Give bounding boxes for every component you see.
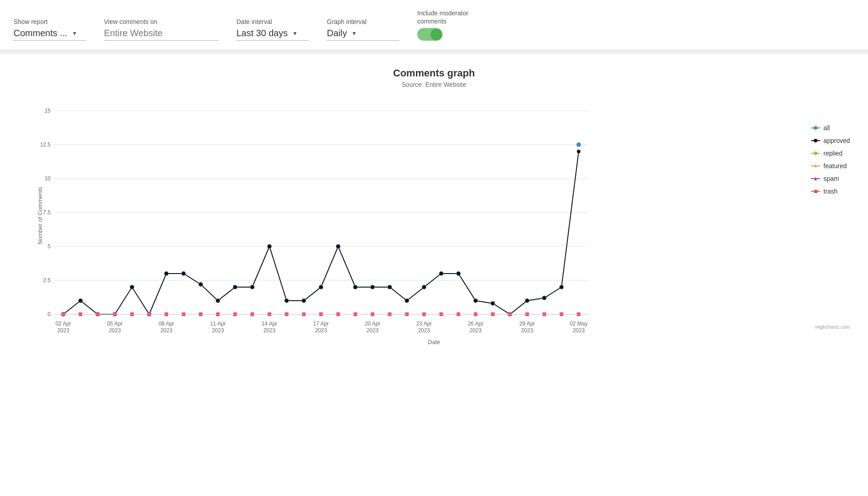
approved-dot [354, 285, 357, 289]
svg-text:2023: 2023 [315, 327, 327, 332]
svg-text:05 Apr: 05 Apr [107, 321, 123, 327]
legend-featured-label: featured [824, 162, 847, 170]
approved-dot [577, 150, 580, 153]
view-comments-label: View comments on [104, 18, 218, 25]
svg-text:2023: 2023 [470, 327, 482, 332]
date-interval-value: Last 30 days [236, 28, 288, 38]
svg-text:2.5: 2.5 [43, 277, 51, 283]
svg-text:10: 10 [45, 175, 51, 182]
legend-approved-label: approved [824, 137, 850, 144]
svg-text:2023: 2023 [160, 327, 173, 332]
approved-dot [130, 285, 134, 289]
chart-legend: all approved replied [811, 124, 850, 195]
legend-featured-icon [811, 163, 820, 169]
chart-svg: 0 2.5 5 7.5 10 12.5 15 02 Apr 2023 05 Ap… [36, 97, 606, 332]
approved-dot [302, 299, 306, 302]
legend-replied-label: replied [824, 150, 843, 157]
legend-approved-icon [811, 137, 820, 144]
approved-line [63, 151, 579, 314]
svg-text:5: 5 [47, 243, 51, 250]
graph-interval-group: Graph interval Daily ▼ [327, 18, 399, 41]
show-report-value: Comments ... [14, 28, 67, 38]
date-interval-select[interactable]: Last 30 days ▼ [236, 28, 309, 41]
include-moderator-label: Include moderatorcomments [417, 9, 468, 25]
graph-interval-select[interactable]: Daily ▼ [327, 28, 399, 41]
graph-interval-label: Graph interval [327, 18, 399, 25]
legend-all-icon [811, 125, 820, 131]
graph-interval-arrow-icon: ▼ [351, 30, 357, 37]
approved-dot [560, 285, 563, 289]
approved-dot [216, 299, 220, 302]
legend-spam: spam [811, 175, 850, 182]
approved-dot [371, 285, 374, 289]
legend-approved: approved [811, 137, 850, 144]
date-interval-group: Date interval Last 30 days ▼ [236, 18, 309, 41]
view-comments-group: View comments on [104, 18, 218, 41]
svg-text:14 Apr: 14 Apr [262, 321, 278, 327]
svg-point-42 [814, 151, 817, 155]
approved-dot [336, 245, 340, 248]
svg-text:26 Apr: 26 Apr [468, 321, 484, 327]
svg-text:12.5: 12.5 [40, 142, 51, 148]
svg-text:0: 0 [47, 311, 51, 317]
approved-dot [79, 299, 82, 302]
svg-text:2023: 2023 [264, 327, 276, 332]
svg-text:23 Apr: 23 Apr [416, 321, 432, 327]
all-dot [576, 142, 581, 147]
svg-text:08 Apr: 08 Apr [159, 321, 175, 327]
approved-dot [250, 285, 254, 289]
legend-spam-icon [811, 175, 820, 182]
svg-text:2023: 2023 [212, 327, 224, 332]
include-moderator-toggle[interactable] [417, 28, 443, 41]
chart-svg-wrapper: 0 2.5 5 7.5 10 12.5 15 02 Apr 2023 05 Ap… [36, 97, 859, 334]
separator [0, 50, 868, 54]
x-axis-label: Date [428, 339, 440, 345]
legend-replied-icon [811, 150, 820, 156]
approved-dot [525, 299, 529, 302]
legend-replied: replied [811, 150, 850, 157]
svg-text:02 Apr: 02 Apr [56, 321, 71, 327]
svg-point-40 [814, 139, 817, 142]
chart-title: Comments graph [9, 67, 859, 79]
legend-featured: featured [811, 162, 850, 170]
approved-dot [542, 296, 546, 300]
show-report-label: Show report [14, 18, 86, 25]
svg-text:11 Apr: 11 Apr [210, 321, 226, 327]
legend-trash-icon [811, 188, 820, 194]
svg-text:2023: 2023 [109, 327, 121, 332]
show-report-select[interactable]: Comments ... ▼ [14, 28, 86, 41]
approved-dot [182, 272, 185, 275]
svg-point-38 [814, 126, 817, 130]
svg-text:17 Apr: 17 Apr [313, 321, 329, 327]
approved-dot [165, 272, 168, 275]
legend-trash-label: trash [824, 188, 838, 195]
approved-dot [457, 272, 460, 275]
svg-text:2023: 2023 [418, 327, 430, 332]
date-interval-arrow-icon: ▼ [292, 30, 297, 37]
svg-text:15: 15 [45, 108, 51, 114]
svg-text:2023: 2023 [573, 327, 585, 332]
approved-dot [491, 302, 495, 305]
approved-dot [474, 299, 477, 302]
chart-area: Number of Comments 0 2.5 5 7.5 10 [36, 97, 859, 334]
chart-container: Comments graph Source: Entire Website Nu… [0, 54, 868, 364]
approved-dot [285, 299, 288, 302]
svg-rect-48 [814, 190, 817, 193]
legend-spam-label: spam [824, 175, 839, 182]
approved-dot [268, 245, 271, 248]
approved-dot [199, 283, 203, 286]
svg-text:20 Apr: 20 Apr [365, 321, 381, 327]
approved-dot [405, 299, 409, 302]
svg-text:2023: 2023 [521, 327, 533, 332]
approved-dot [439, 272, 443, 275]
approved-dot [233, 285, 237, 289]
svg-text:29 Apr: 29 Apr [519, 321, 535, 327]
show-report-arrow-icon: ▼ [72, 30, 77, 37]
x-axis-title: Date [9, 339, 859, 345]
svg-text:02 May: 02 May [570, 321, 587, 327]
approved-dot [388, 285, 392, 289]
chart-subtitle: Source: Entire Website [9, 81, 859, 88]
graph-interval-value: Daily [327, 28, 347, 38]
view-comments-input[interactable] [104, 28, 218, 41]
show-report-group: Show report Comments ... ▼ [14, 18, 86, 41]
